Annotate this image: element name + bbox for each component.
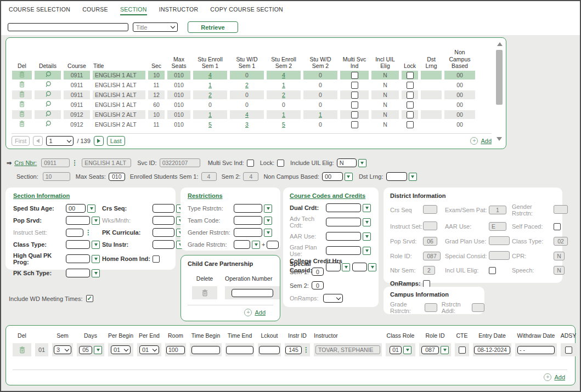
grade-rstrctn-select[interactable] [234,240,250,249]
class-type-dropdown-button[interactable] [92,241,100,249]
class-type-select[interactable] [66,240,90,249]
magnifier-icon[interactable] [44,120,52,127]
enroll-sem2-link[interactable]: 1 [282,82,285,88]
non-campus-dropdown-button[interactable] [345,173,353,181]
class-role-input[interactable] [390,346,402,354]
details-cell[interactable] [35,71,61,79]
prev-page-button[interactable] [33,136,43,146]
days-dropdown-button[interactable] [94,346,102,354]
lckout-input[interactable] [259,346,280,354]
high-qual-pk-select[interactable] [66,254,90,263]
magnifier-icon[interactable] [44,110,52,117]
scrollbar[interactable] [496,42,503,141]
panel-title[interactable]: Restrictions [188,192,223,199]
per-end-select[interactable]: 01 [139,345,159,354]
table-row[interactable]: 0912 ENGLISH 2 ALT 10 010 1 4 1 1 N 00 [12,110,475,119]
lock-checkbox[interactable] [407,82,414,89]
delete-cell[interactable] [12,100,32,109]
details-cell[interactable] [35,110,61,119]
instruct-sett-input[interactable] [66,229,83,237]
wd-sem2-link[interactable]: 1 [319,111,322,118]
aar-use-dropdown-button[interactable] [363,232,371,241]
time-end-input[interactable] [226,346,253,354]
special-consid-dropdown-1[interactable] [342,263,350,271]
dst-lrng-dropdown-button[interactable] [409,173,417,181]
sem-select[interactable]: 3 [54,345,71,354]
wd-meeting-times-checkbox[interactable]: ✓ [86,295,93,302]
enroll-sem2-link[interactable]: 5 [282,121,285,128]
include-uil-select[interactable]: N [337,158,357,167]
grad-plan-select[interactable] [326,246,361,255]
crs-nbr-picker-icon[interactable]: ⋮ [71,159,78,167]
dual-crdt-select[interactable] [326,203,361,212]
wd-sem1-link[interactable]: 3 [245,121,249,128]
delete-cell[interactable] [12,81,32,89]
search-input[interactable] [8,23,128,31]
type-rstrctn-dropdown-button[interactable] [264,204,272,213]
instruct-sett-picker-icon[interactable]: ⋮ [85,229,92,236]
trash-icon[interactable] [19,110,25,117]
multi-svc-checkbox[interactable] [351,101,358,109]
class-role-dropdown-button[interactable] [403,346,411,354]
scrollbar-thumb[interactable] [496,50,503,105]
enroll-sem1-link[interactable]: 5 [208,121,212,128]
enroll-sem1-link[interactable]: 1 [208,82,212,88]
team-code-dropdown-button[interactable] [264,217,272,225]
enroll-sem1-link[interactable]: 2 [208,92,212,98]
panel-title[interactable]: Course Codes and Credits [290,192,365,199]
multi-svc-checkbox[interactable] [351,92,358,99]
wd-sem1-link[interactable]: 2 [245,82,249,88]
role-id-dropdown-button[interactable] [441,346,449,354]
delete-cell[interactable] [12,71,32,79]
table-row[interactable]: 0911 ENGLISH 1 ALT 10 010 4 0 4 0 N 00 [12,71,475,79]
details-cell[interactable] [35,81,61,89]
grade-rstrctn-dropdown-button[interactable] [252,241,260,249]
wd-sem1-link[interactable]: 4 [245,111,249,118]
trash-icon[interactable] [19,90,25,98]
gender-rstrctn-select[interactable] [234,228,262,237]
entry-date-input[interactable] [474,346,510,354]
role-id-input[interactable] [421,346,439,354]
last-page-button[interactable]: Last [107,136,125,146]
non-campus-select[interactable]: 00 [322,172,343,181]
scroll-down-icon[interactable] [497,137,502,141]
high-qual-pk-dropdown-button[interactable] [92,255,100,263]
home-room-checkbox[interactable] [153,255,160,263]
table-row[interactable]: 0911 ENGLISH 1 ALT 12 010 2 0 2 0 N 00 [12,90,475,99]
enroll-sem1-link[interactable]: 1 [208,111,212,118]
grade-rstrctn-to-input[interactable] [267,241,279,249]
multi-svc-checkbox[interactable] [351,121,358,128]
dual-crdt-dropdown-button[interactable] [363,204,371,212]
magnifier-icon[interactable] [44,81,52,88]
sped-stu-age-select[interactable]: 00 [66,204,86,213]
trash-icon[interactable] [201,289,208,297]
panel-title[interactable]: Section Information [13,192,70,199]
enroll-sem2-link[interactable]: 4 [282,72,285,78]
sem2-credit-input[interactable] [312,281,324,289]
details-cell[interactable] [35,90,61,99]
table-row[interactable]: 0911 ENGLISH 1 ALT 11 010 1 2 1 0 N 00 [12,81,475,89]
adv-tech-dropdown-button[interactable] [363,218,371,226]
gender-rstrctn-dropdown-button[interactable] [264,229,272,237]
lock-checkbox[interactable] [407,121,414,128]
magnifier-icon[interactable] [44,100,52,107]
sem1-credit-input[interactable] [312,268,324,276]
delete-cell[interactable] [12,90,32,99]
table-row[interactable]: 0912 ENGLISH 2 ALT 11 010 5 3 5 0 N 00 [12,120,475,129]
withdraw-date-input[interactable] [517,346,555,354]
pk-sch-type-select[interactable] [66,269,90,277]
retrieve-button[interactable]: Retrieve [188,21,238,33]
add-section-link[interactable]: + Add [470,137,492,145]
trash-icon[interactable] [19,346,26,354]
magnifier-icon[interactable] [44,71,52,78]
sped-stu-age-dropdown-button[interactable] [87,204,95,213]
special-consid-dropdown-2[interactable] [368,263,376,271]
days-input[interactable] [79,346,92,354]
adv-tech-select[interactable] [326,218,361,226]
tab-course[interactable]: COURSE [82,6,108,15]
room-input[interactable] [166,346,185,354]
enroll-sem2-link[interactable]: 1 [282,111,285,118]
instr-id-picker-icon[interactable]: ⋮ [303,346,309,354]
trash-icon[interactable] [19,81,25,88]
trash-icon[interactable] [19,71,25,78]
